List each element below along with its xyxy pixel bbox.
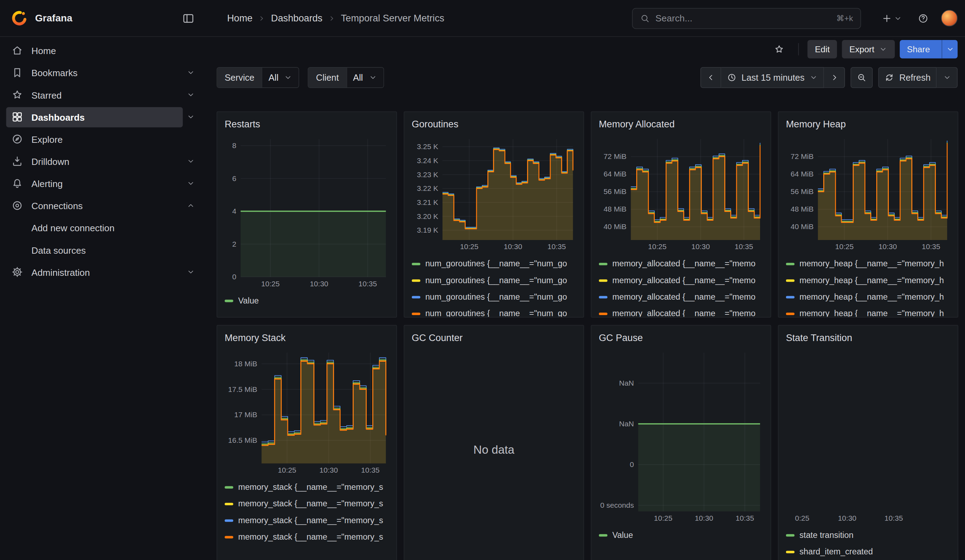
service-filter-selected: All xyxy=(268,73,278,82)
chevron-down-icon[interactable] xyxy=(183,85,199,105)
legend-item[interactable]: Value xyxy=(599,527,763,544)
chevron-right-icon xyxy=(258,15,265,22)
favorite-button[interactable] xyxy=(769,39,790,60)
sidebar-item-starred[interactable]: Starred xyxy=(6,84,199,106)
sidebar-item-administration[interactable]: Administration xyxy=(6,261,199,283)
refresh-button[interactable]: Refresh xyxy=(878,67,937,88)
sidebar-item-body[interactable]: Starred xyxy=(6,85,183,105)
clock-icon xyxy=(727,73,736,82)
legend-item[interactable]: num_goroutines {__name__="num_go xyxy=(412,272,576,289)
panel-title[interactable]: GC Counter xyxy=(404,326,583,348)
sidebar-item-body[interactable]: Dashboards xyxy=(6,107,183,127)
legend-item[interactable]: num_goroutines {__name__="num_go xyxy=(412,255,576,272)
panel-title[interactable]: Restarts xyxy=(217,112,396,134)
chart-memory-allocated[interactable]: 72 MiB64 MiB56 MiB48 MiB40 MiB10:2510:30… xyxy=(599,135,763,253)
legend-item[interactable]: memory_stack {__name__="memory_s xyxy=(224,512,389,528)
chevron-down-icon[interactable] xyxy=(183,151,199,171)
sidebar-item-body[interactable]: Alerting xyxy=(6,173,183,194)
chart-state-transition[interactable]: 0:2510:3010:35 xyxy=(786,348,950,524)
sidebar-toggle-button[interactable] xyxy=(178,8,199,29)
svg-text:0: 0 xyxy=(232,273,237,281)
share-label[interactable]: Share xyxy=(900,40,937,59)
chevron-down-icon[interactable] xyxy=(183,262,199,282)
service-filter-value[interactable]: All xyxy=(262,68,299,87)
svg-text:10:30: 10:30 xyxy=(504,243,522,251)
chart-gc-pause[interactable]: NaNNaN00 seconds10:2510:3010:35 xyxy=(599,348,763,524)
legend-label: num_goroutines {__name__="num_go xyxy=(425,292,567,301)
panel-memory-allocated: Memory Allocated72 MiB64 MiB56 MiB48 MiB… xyxy=(591,111,771,318)
legend-item[interactable]: memory_allocated {__name__="memo xyxy=(599,289,763,305)
chevron-down-icon[interactable] xyxy=(183,107,199,127)
legend-item[interactable]: shard_item_created xyxy=(786,544,950,560)
sidebar-item-body[interactable]: Data sources xyxy=(6,240,199,260)
sidebar-item-alerting[interactable]: Alerting xyxy=(6,172,199,194)
sidebar-item-body[interactable]: Bookmarks xyxy=(6,62,183,83)
user-avatar[interactable] xyxy=(941,10,958,26)
sidebar-item-body[interactable]: Add new connection xyxy=(6,217,199,238)
legend-item[interactable]: state transition xyxy=(786,527,950,544)
share-menu-button[interactable] xyxy=(942,40,958,59)
time-shift-back-button[interactable] xyxy=(700,67,721,88)
zoom-out-button[interactable] xyxy=(851,67,873,88)
legend-item[interactable]: Value xyxy=(224,292,389,309)
panel-title[interactable]: GC Pause xyxy=(591,326,770,348)
chart-memory-heap[interactable]: 72 MiB64 MiB56 MiB48 MiB40 MiB10:2510:30… xyxy=(786,135,950,253)
panel-legend: memory_heap {__name__="memory_hmemory_he… xyxy=(779,253,958,317)
chart-goroutines[interactable]: 3.25 K3.24 K3.23 K3.22 K3.21 K3.20 K3.19… xyxy=(412,135,576,253)
legend-item[interactable]: memory_heap {__name__="memory_h xyxy=(786,305,950,317)
share-button[interactable]: Share xyxy=(900,40,957,59)
sidebar-item-body[interactable]: Connections xyxy=(6,196,183,216)
chevron-down-icon[interactable] xyxy=(183,62,199,83)
sidebar-item-home[interactable]: Home xyxy=(6,39,199,61)
legend-item[interactable]: memory_stack {__name__="memory_s xyxy=(224,479,389,495)
export-button[interactable]: Export xyxy=(842,40,895,59)
edit-button[interactable]: Edit xyxy=(808,40,837,59)
sidebar-item-add-new-connection[interactable]: Add new connection xyxy=(6,217,199,238)
legend-item[interactable]: memory_heap {__name__="memory_h xyxy=(786,272,950,289)
sidebar-item-explore[interactable]: Explore xyxy=(6,128,199,150)
sidebar-item-drilldown[interactable]: Drilldown xyxy=(6,150,199,172)
legend-item[interactable]: memory_allocated {__name__="memo xyxy=(599,255,763,272)
legend-item[interactable]: memory_heap {__name__="memory_h xyxy=(786,255,950,272)
sidebar-item-body[interactable]: Explore xyxy=(6,129,199,149)
time-range-picker-button[interactable]: Last 15 minutes xyxy=(721,67,824,88)
legend-item[interactable]: memory_stack {__name__="memory_s xyxy=(224,529,389,545)
sidebar-item-body[interactable]: Administration xyxy=(6,262,183,282)
chart-memory-stack[interactable]: 18 MiB17.5 MiB17 MiB16.5 MiB10:2510:3010… xyxy=(224,348,389,477)
sidebar-item-connections[interactable]: Connections xyxy=(6,194,199,217)
search-bar[interactable]: ⌘+k xyxy=(632,8,861,29)
svg-text:10:35: 10:35 xyxy=(736,514,754,522)
panel-title[interactable]: Goroutines xyxy=(404,112,583,134)
breadcrumb-item-home[interactable]: Home xyxy=(227,13,253,24)
sidebar-item-body[interactable]: Drilldown xyxy=(6,151,183,171)
breadcrumb-item-dashboards[interactable]: Dashboards xyxy=(271,13,322,24)
client-filter-value[interactable]: All xyxy=(346,68,383,87)
sidebar-item-bookmarks[interactable]: Bookmarks xyxy=(6,61,199,83)
chart-restarts[interactable]: 8642010:2510:3010:35 xyxy=(224,135,389,290)
panel-title[interactable]: Memory Heap xyxy=(779,112,958,134)
legend-item[interactable]: num_goroutines {__name__="num_go xyxy=(412,305,576,317)
legend-label: memory_allocated {__name__="memo xyxy=(612,292,756,301)
grafana-logo-icon[interactable] xyxy=(11,10,28,26)
panel-title[interactable]: State Transition xyxy=(779,326,958,348)
help-button[interactable] xyxy=(913,8,934,29)
time-picker-group: Last 15 minutes xyxy=(700,67,846,88)
refresh-interval-button[interactable] xyxy=(937,67,958,88)
sidebar-item-dashboards[interactable]: Dashboards xyxy=(6,106,199,128)
legend-item[interactable]: memory_allocated {__name__="memo xyxy=(599,305,763,317)
panel-title[interactable]: Memory Allocated xyxy=(591,112,770,134)
sidebar-item-body[interactable]: Home xyxy=(6,40,199,61)
chevron-down-icon[interactable] xyxy=(183,173,199,194)
legend-item[interactable]: memory_allocated {__name__="memo xyxy=(599,272,763,289)
sidebar-item-data-sources[interactable]: Data sources xyxy=(6,238,199,261)
svg-text:10:25: 10:25 xyxy=(261,280,280,288)
chevron-up-icon[interactable] xyxy=(183,196,199,216)
search-input[interactable] xyxy=(656,13,831,23)
time-shift-forward-button[interactable] xyxy=(824,67,846,88)
legend-item[interactable]: memory_stack {__name__="memory_s xyxy=(224,495,389,512)
legend-item[interactable]: num_goroutines {__name__="num_go xyxy=(412,289,576,305)
panel-title[interactable]: Memory Stack xyxy=(217,326,396,348)
legend-item[interactable]: memory_heap {__name__="memory_h xyxy=(786,289,950,305)
new-button[interactable] xyxy=(878,8,905,29)
breadcrumb: Home Dashboards Temporal Server Metrics xyxy=(205,13,632,24)
